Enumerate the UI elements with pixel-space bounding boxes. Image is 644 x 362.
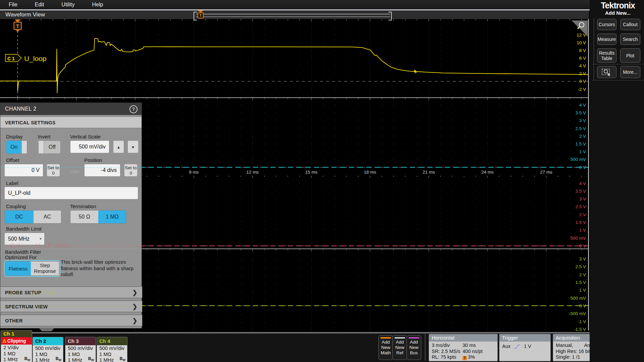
bandwidth-limit-dropdown[interactable]: 500 MHz ▼ xyxy=(4,233,45,245)
horizontal-panel[interactable]: Horizontal 3 ms/div30 msSR: 2.5 MS/s400 … xyxy=(429,334,498,361)
horizontal-value: 400 ns/pt xyxy=(463,349,483,355)
vertical-scale-up-button[interactable]: ▲ xyxy=(113,140,124,153)
axis-label: 2 V xyxy=(579,71,586,76)
other-row[interactable]: OTHER ❯ xyxy=(0,314,142,326)
overview-pan-track[interactable] xyxy=(196,14,390,17)
search-button[interactable]: Search xyxy=(620,34,640,45)
display-toggle[interactable]: On xyxy=(6,140,28,154)
probe-setup-row[interactable]: PROBE SETUP ❯ xyxy=(0,286,142,298)
trigger-position-icon: T xyxy=(463,356,467,360)
trigger-panel[interactable]: Trigger Aux 1 V xyxy=(499,334,551,361)
coupling-label: Coupling xyxy=(6,203,26,209)
add-new-math-button[interactable]: AddNewMath xyxy=(378,335,393,360)
add-new-ref-button[interactable]: AddNewRef xyxy=(392,335,407,360)
axis-label: 2.5 V xyxy=(575,264,586,269)
divider xyxy=(592,80,643,80)
offset-field[interactable]: 0 V xyxy=(4,164,43,177)
invert-toggle[interactable]: Off xyxy=(38,140,61,154)
axis-label: 500 mV xyxy=(570,236,586,241)
menu-edit[interactable]: Edit xyxy=(26,0,53,9)
channel-badge-4[interactable]: Ch 4500 mV/div1 MΩ1 MHzBW xyxy=(97,337,127,362)
position-label: Position xyxy=(84,157,102,163)
label-label: Label xyxy=(6,180,18,186)
channel-badge-2[interactable]: Ch 2500 mV/div1 MΩ1 MHzBW xyxy=(33,337,63,362)
termination-1mohm-button[interactable]: 1 MΩ xyxy=(98,210,126,223)
badge-title: Ch 2 xyxy=(33,337,63,345)
position-set-to-zero-button[interactable]: Set to 0 xyxy=(124,164,138,177)
badge-row: 500 mV/div xyxy=(97,345,127,351)
zoom-select-icon xyxy=(601,67,612,77)
termination-50ohm-button[interactable]: 50 Ω xyxy=(70,210,98,223)
display-label: Display xyxy=(6,134,22,139)
invert-label: Invert xyxy=(38,134,51,139)
clipping-text: Clipping xyxy=(7,338,26,344)
chevron-right-icon: ❯ xyxy=(132,287,138,298)
time-label: 18 ms xyxy=(364,170,376,175)
label-input[interactable]: U_LP-old xyxy=(4,187,138,199)
zoom-select-button[interactable] xyxy=(597,66,616,78)
axis-label: 6 V xyxy=(579,56,586,61)
offset-label: Offset xyxy=(6,157,19,163)
axis-label: 3 V xyxy=(579,256,586,261)
time-label: 24 ms xyxy=(481,170,494,175)
ghost-ch3-zero-line xyxy=(0,246,142,247)
axis-label: 0 V xyxy=(579,303,586,308)
filter-description: This brick-wall filter optimizes flatnes… xyxy=(61,259,141,278)
axis-label: 3 V xyxy=(579,196,586,201)
filter-step-response-button[interactable]: Step Response xyxy=(31,261,59,276)
panel-title[interactable]: CHANNEL 2 xyxy=(0,103,142,115)
vertical-scale-field[interactable]: 500 mV/div xyxy=(70,140,109,153)
offset-set-to-zero-button[interactable]: Set to 0 xyxy=(47,164,60,177)
overview-trigger-icon[interactable]: T xyxy=(198,12,204,18)
vertical-scale-down-button[interactable]: ▼ xyxy=(127,140,139,153)
coupling-ac-button[interactable]: AC xyxy=(34,210,61,223)
channel-badge-1[interactable]: Ch 1⚠Clipping2 V/div1 MΩ1 MHzBW xyxy=(1,330,32,362)
svg-text:C 1: C 1 xyxy=(7,56,15,61)
spectrum-view-row[interactable]: SPECTRUM VIEW ❯ xyxy=(0,300,142,312)
filter-flatness-button[interactable]: Flatness xyxy=(5,261,31,276)
chevron-right-icon: ❯ xyxy=(132,301,138,312)
menu-help[interactable]: Help xyxy=(83,0,112,9)
filter-selector[interactable]: Flatness Step Response xyxy=(5,261,59,276)
overview-right-bracket[interactable] xyxy=(388,12,392,20)
axis-label: -2 V xyxy=(578,87,586,92)
menu-utility[interactable]: Utility xyxy=(53,0,83,9)
display-toggle-on: On xyxy=(6,141,21,154)
add-new-bus-button[interactable]: AddNewBus xyxy=(407,335,421,360)
bandwidth-limit-icon: BW xyxy=(24,356,30,362)
callout-button[interactable]: Callout xyxy=(620,19,640,30)
channel-badge-3[interactable]: Ch 3500 mV/div1 MΩ1 MHzBW xyxy=(65,337,96,362)
divider xyxy=(425,334,425,361)
termination-selector[interactable]: 50 Ω 1 MΩ xyxy=(70,210,126,224)
ch1-trace-tag[interactable]: C 1U_loop xyxy=(5,54,47,63)
coupling-dc-button[interactable]: DC xyxy=(5,210,34,223)
bandwidth-limit-icon: BW xyxy=(120,356,125,362)
bottom-toolbar-top-edge xyxy=(32,333,644,333)
time-label: 15 ms xyxy=(305,170,318,175)
horizontal-row: RL: 75 kptsT3% xyxy=(432,354,495,360)
results-table-button[interactable]: Results Table xyxy=(597,48,616,63)
rising-edge-icon xyxy=(514,344,521,349)
coupling-selector[interactable]: DC AC xyxy=(4,210,61,224)
axis-label: 2 V xyxy=(579,134,586,139)
button-color-bar xyxy=(409,337,419,339)
add-new-heading: Add New... xyxy=(594,10,641,16)
axis-label: 1.5 V xyxy=(575,141,586,146)
ghost-time-label-3ms: 3 ms xyxy=(69,169,78,174)
axis-label: 3.5 V xyxy=(575,110,586,115)
axis-label: 0 V xyxy=(579,165,586,170)
warning-icon: ⚠ xyxy=(2,338,7,344)
menu-file[interactable]: File xyxy=(0,0,26,9)
position-field[interactable]: -4 divs xyxy=(84,164,120,177)
axis-label: 10 V xyxy=(577,40,586,45)
measure-button[interactable]: Measure xyxy=(597,34,616,45)
overview-left-bracket[interactable] xyxy=(194,12,197,20)
axis-label: 500 mV xyxy=(570,157,586,162)
cursors-button[interactable]: Cursors xyxy=(597,19,616,30)
help-icon[interactable]: ? xyxy=(129,105,138,113)
horizontal-row: SR: 2.5 MS/s400 ns/pt xyxy=(432,349,495,355)
more--button[interactable]: More... xyxy=(620,66,640,78)
axis-label: 2 V xyxy=(579,272,586,277)
vertical-settings-header[interactable]: VERTICAL SETTINGS xyxy=(0,117,142,128)
plot-button[interactable]: Plot xyxy=(620,48,640,63)
